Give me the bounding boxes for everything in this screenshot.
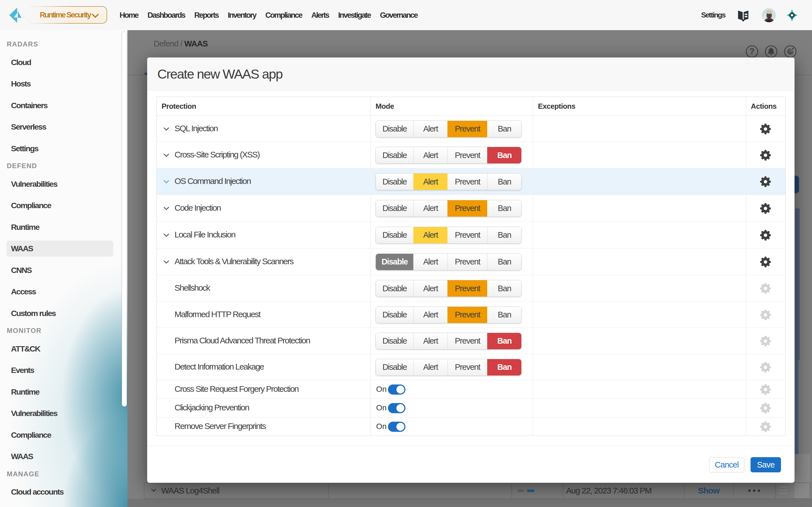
nav-item-compliance[interactable]: Compliance xyxy=(265,11,302,20)
mode-option-alert[interactable]: Alert xyxy=(413,359,448,376)
mode-option-alert[interactable]: Alert xyxy=(413,173,448,190)
sidebar-item-runtime[interactable]: Runtime xyxy=(0,216,121,238)
mode-option-disable[interactable]: Disable xyxy=(376,121,413,137)
mode-option-alert[interactable]: Alert xyxy=(413,147,448,163)
mode-option-disable[interactable]: Disable xyxy=(376,200,413,217)
mode-option-prevent[interactable]: Prevent xyxy=(448,173,487,190)
sidebar-item-hosts[interactable]: Hosts xyxy=(0,73,121,95)
protection-row-os-command-injection[interactable]: OS Command InjectionDisableAlertPreventB… xyxy=(157,168,785,195)
save-button[interactable]: Save xyxy=(751,457,781,472)
sidebar-item-compliance[interactable]: Compliance xyxy=(0,194,121,216)
protection-row-remove-server-fingerprints[interactable]: Remove Server FingerprintsOn xyxy=(157,417,785,436)
sidebar-item-cloud-accounts[interactable]: Cloud accounts xyxy=(0,481,121,503)
notifications-bell-icon[interactable] xyxy=(765,45,777,58)
row-settings-gear-icon[interactable] xyxy=(760,230,771,240)
user-avatar[interactable] xyxy=(762,8,776,22)
mode-option-alert[interactable]: Alert xyxy=(413,227,448,243)
protection-row-attack-tools-vulnerability-scanners[interactable]: Attack Tools & Vulnerability ScannersDis… xyxy=(157,248,785,275)
mode-option-disable[interactable]: Disable xyxy=(376,254,413,270)
protection-row-malformed-http-request[interactable]: Malformed HTTP RequestDisableAlertPreven… xyxy=(157,302,785,328)
row-expand-chevron-icon[interactable] xyxy=(163,233,169,237)
sidebar-scrollbar-thumb[interactable] xyxy=(122,32,127,407)
mode-option-alert[interactable]: Alert xyxy=(413,307,448,323)
background-row-show-link[interactable]: Show xyxy=(684,485,733,497)
mode-option-prevent[interactable]: Prevent xyxy=(448,254,487,270)
docs-book-icon[interactable] xyxy=(737,9,749,21)
mode-option-alert[interactable]: Alert xyxy=(413,200,448,217)
row-settings-gear-icon[interactable] xyxy=(760,176,771,187)
sidebar-item-settings[interactable]: Settings xyxy=(0,138,121,159)
mode-option-ban[interactable]: Ban xyxy=(487,173,521,190)
row-settings-gear-icon[interactable] xyxy=(760,203,771,214)
prisma-cloud-logo-icon[interactable] xyxy=(786,9,798,22)
mode-option-ban[interactable]: Ban xyxy=(487,254,521,270)
nav-item-governance[interactable]: Governance xyxy=(380,11,417,20)
sidebar-item-waas[interactable]: WAAS xyxy=(0,446,121,467)
product-switcher[interactable]: Runtime Security xyxy=(29,6,107,24)
mode-option-prevent[interactable]: Prevent xyxy=(448,147,487,163)
mode-option-ban[interactable]: Ban xyxy=(487,200,521,217)
nav-item-settings[interactable]: Settings xyxy=(701,11,725,19)
row-expand-chevron-icon[interactable] xyxy=(163,127,169,131)
nav-item-alerts[interactable]: Alerts xyxy=(311,11,329,20)
row-expand-chevron-icon[interactable] xyxy=(163,260,169,264)
sidebar-item-serverless[interactable]: Serverless xyxy=(0,116,121,138)
mode-option-prevent[interactable]: Prevent xyxy=(448,307,487,323)
protection-row-cross-site-scripting-xss-[interactable]: Cross-Site Scripting (XSS)DisableAlertPr… xyxy=(157,142,785,168)
mode-option-ban[interactable]: Ban xyxy=(487,307,521,323)
background-row-menu-icon[interactable] xyxy=(779,487,788,496)
mode-option-disable[interactable]: Disable xyxy=(376,333,413,349)
protection-row-shellshock[interactable]: ShellshockDisableAlertPreventBan xyxy=(157,275,785,302)
background-row-chevron-icon[interactable] xyxy=(151,489,156,492)
row-expand-chevron-icon[interactable] xyxy=(163,180,169,184)
nav-item-investigate[interactable]: Investigate xyxy=(338,11,370,20)
mode-option-ban[interactable]: Ban xyxy=(487,121,521,137)
mode-option-disable[interactable]: Disable xyxy=(376,227,413,243)
row-settings-gear-icon[interactable] xyxy=(760,150,771,161)
mode-option-alert[interactable]: Alert xyxy=(413,333,448,349)
mode-option-ban[interactable]: Ban xyxy=(487,227,521,243)
sidebar-item-containers[interactable]: Containers xyxy=(0,95,121,116)
mode-option-alert[interactable]: Alert xyxy=(413,121,448,137)
cancel-button[interactable]: Cancel xyxy=(709,457,744,472)
row-expand-chevron-icon[interactable] xyxy=(163,207,169,210)
nav-item-home[interactable]: Home xyxy=(119,11,138,20)
nav-item-dashboards[interactable]: Dashboards xyxy=(147,11,185,20)
protection-row-sql-injection[interactable]: SQL InjectionDisableAlertPreventBan xyxy=(157,116,785,142)
row-settings-gear-icon[interactable] xyxy=(760,257,771,267)
feature-toggle[interactable] xyxy=(388,385,405,395)
mode-option-ban[interactable]: Ban xyxy=(487,280,521,297)
background-row-more-icon[interactable] xyxy=(733,485,775,497)
feature-toggle[interactable] xyxy=(388,403,405,413)
protection-row-code-injection[interactable]: Code InjectionDisableAlertPreventBan xyxy=(157,195,785,222)
mode-option-prevent[interactable]: Prevent xyxy=(448,121,487,137)
mode-option-prevent[interactable]: Prevent xyxy=(448,359,487,376)
protection-row-cross-site-request-forgery-protection[interactable]: Cross Site Request Forgery ProtectionOn xyxy=(157,380,785,399)
protection-row-detect-information-leakage[interactable]: Detect Information LeakageDisableAlertPr… xyxy=(157,354,785,380)
mode-option-disable[interactable]: Disable xyxy=(376,147,413,163)
sidebar-item-access[interactable]: Access xyxy=(0,281,121,302)
protection-row-prisma-cloud-advanced-threat-protection[interactable]: Prisma Cloud Advanced Threat ProtectionD… xyxy=(157,328,785,354)
mode-option-alert[interactable]: Alert xyxy=(413,254,448,270)
nav-item-inventory[interactable]: Inventory xyxy=(228,11,256,20)
mode-option-prevent[interactable]: Prevent xyxy=(448,333,487,349)
help-icon[interactable]: ? xyxy=(746,45,758,58)
sidebar-scrollbar-track[interactable] xyxy=(121,30,128,507)
background-row-name[interactable]: WAAS Log4Shell xyxy=(161,485,219,497)
mode-option-disable[interactable]: Disable xyxy=(376,359,413,376)
nav-item-reports[interactable]: Reports xyxy=(194,11,218,20)
mode-option-disable[interactable]: Disable xyxy=(376,280,413,297)
mode-option-prevent[interactable]: Prevent xyxy=(448,280,487,297)
mode-option-disable[interactable]: Disable xyxy=(376,307,413,323)
sidebar-item-waas[interactable]: WAAS xyxy=(0,238,121,260)
sidebar-item-cnns[interactable]: CNNS xyxy=(0,260,121,281)
sidebar-item-vulnerabilities[interactable]: Vulnerabilities xyxy=(0,402,121,424)
sidebar-item-att-ck[interactable]: ATT&CK xyxy=(0,338,121,360)
mode-option-prevent[interactable]: Prevent xyxy=(448,227,487,243)
mode-option-ban[interactable]: Ban xyxy=(487,333,521,349)
sidebar-item-custom-rules[interactable]: Custom rules xyxy=(0,302,121,324)
row-settings-gear-icon[interactable] xyxy=(760,124,771,134)
sidebar-item-events[interactable]: Events xyxy=(0,359,121,381)
mode-option-ban[interactable]: Ban xyxy=(487,359,521,376)
row-expand-chevron-icon[interactable] xyxy=(163,153,169,157)
